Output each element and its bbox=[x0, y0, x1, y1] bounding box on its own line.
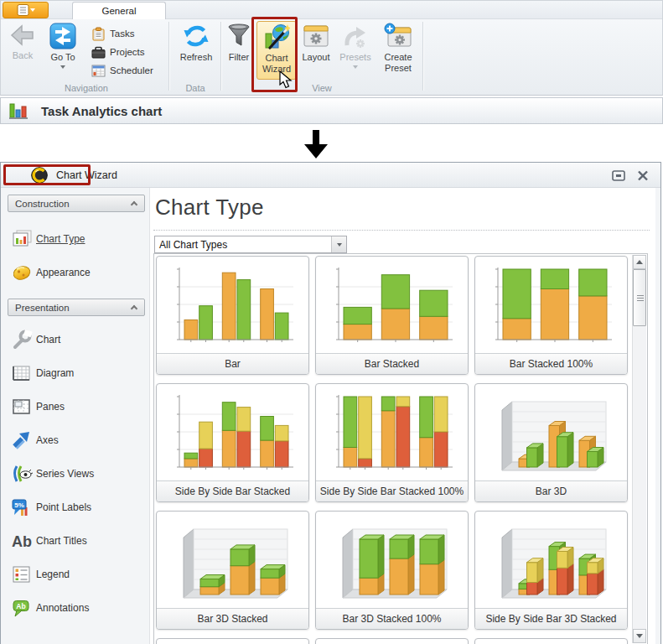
chart-type-card-bar-3d-stacked-100-[interactable]: Bar 3D Stacked 100% bbox=[315, 511, 469, 630]
scroll-down-button[interactable] bbox=[633, 629, 646, 643]
goto-button[interactable]: Go To bbox=[44, 21, 82, 69]
sidebar-group-construction[interactable]: Construction bbox=[8, 195, 145, 212]
scrollbar-thumb[interactable] bbox=[633, 269, 646, 326]
chart-thumbnail bbox=[475, 387, 627, 480]
chart-type-label: Side By Side Bar 3D Stacked bbox=[475, 608, 627, 629]
layout-window-icon bbox=[303, 23, 329, 49]
sidebar-item-chart-type[interactable]: Chart Type bbox=[8, 222, 145, 256]
scheduler-button[interactable]: Scheduler bbox=[91, 62, 153, 79]
sidebar-item-label: Diagram bbox=[36, 367, 74, 379]
projects-button[interactable]: Projects bbox=[91, 44, 145, 60]
separator bbox=[153, 230, 650, 231]
chart-type-card-side-by-side-bar-stacked-100-[interactable]: Side By Side Bar Stacked 100% bbox=[315, 383, 469, 502]
chart-wizard-dialog-icon bbox=[31, 167, 48, 184]
dialog-titlebar[interactable]: Chart Wizard bbox=[1, 163, 660, 188]
sidebar-item-label: Axes bbox=[36, 434, 59, 446]
chart-type-label: Side By Side Bar Stacked 100% bbox=[316, 480, 468, 501]
close-icon bbox=[637, 170, 649, 181]
chart-type-card-partial[interactable] bbox=[156, 638, 309, 644]
sidebar-item-chart[interactable]: Chart bbox=[8, 323, 145, 356]
dropdown-value: All Chart Types bbox=[155, 239, 331, 251]
chart-type-label: Bar 3D Stacked bbox=[157, 608, 308, 629]
view-title: Task Analytics chart bbox=[41, 104, 162, 118]
back-button[interactable]: Back bbox=[4, 21, 41, 61]
sidebar-item-point-labels[interactable]: 5% Point Labels bbox=[8, 491, 145, 524]
wizard-sidebar: Construction Chart Type Appearance bbox=[8, 195, 145, 625]
refresh-icon bbox=[183, 23, 210, 49]
panes-icon bbox=[11, 397, 33, 416]
chart-thumbnail bbox=[316, 259, 468, 353]
sidebar-item-legend[interactable]: Legend bbox=[8, 558, 145, 591]
analytics-chart-icon bbox=[9, 102, 28, 120]
application-menu-button[interactable] bbox=[3, 2, 49, 18]
group-label-navigation: Navigation bbox=[6, 83, 167, 93]
series-views-icon bbox=[11, 465, 33, 483]
chart-type-card-partial[interactable] bbox=[315, 638, 469, 644]
pin-button[interactable] bbox=[611, 169, 626, 182]
chart-thumbnail bbox=[475, 514, 627, 608]
annotations-bubble-icon: Ab bbox=[11, 599, 33, 618]
chart-type-card-side-by-side-bar-3d-stacked[interactable]: Side By Side Bar 3D Stacked bbox=[474, 511, 628, 630]
chart-type-card-bar-stacked[interactable]: Bar Stacked bbox=[315, 256, 469, 375]
create-preset-icon bbox=[384, 23, 412, 49]
sidebar-item-label: Series Views bbox=[36, 468, 94, 480]
sidebar-item-appearance[interactable]: Appearance bbox=[8, 256, 145, 289]
chevron-down-icon bbox=[337, 243, 342, 247]
chart-types-dropdown[interactable]: All Chart Types bbox=[154, 236, 347, 253]
dialog-title: Chart Wizard bbox=[56, 169, 117, 181]
sidebar-item-axes[interactable]: Axes bbox=[8, 423, 145, 457]
svg-text:5%: 5% bbox=[14, 501, 24, 508]
collapse-box-icon bbox=[612, 170, 625, 181]
chart-type-card-side-by-side-bar-stacked[interactable]: Side By Side Bar Stacked bbox=[156, 383, 309, 502]
dropdown-button[interactable] bbox=[331, 236, 346, 252]
sidebar-item-label: Annotations bbox=[36, 602, 89, 614]
layout-button[interactable]: Layout bbox=[298, 21, 334, 63]
scroll-up-button[interactable] bbox=[633, 255, 646, 269]
chart-type-card-bar[interactable]: Bar bbox=[156, 256, 309, 375]
sidebar-item-diagram[interactable]: Diagram bbox=[8, 356, 145, 390]
chart-wizard-dialog: Chart Wizard Construction Chart Type bbox=[0, 162, 661, 644]
chart-thumbnail bbox=[157, 387, 308, 480]
close-button[interactable] bbox=[635, 169, 650, 182]
scrollbar-grip bbox=[637, 295, 644, 301]
chevron-up-icon bbox=[131, 305, 137, 312]
refresh-button[interactable]: Refresh bbox=[174, 21, 219, 63]
menu-list-icon bbox=[17, 4, 35, 16]
chart-type-icon bbox=[11, 230, 33, 248]
chart-type-label: Bar bbox=[157, 353, 308, 374]
svg-text:Ab: Ab bbox=[12, 533, 32, 550]
chart-type-card-bar-stacked-100-[interactable]: Bar Stacked 100% bbox=[474, 256, 628, 375]
filter-button[interactable]: Filter bbox=[221, 21, 256, 63]
tasks-button[interactable]: Tasks bbox=[91, 25, 134, 42]
chart-type-grid: BarBar StackedBar Stacked 100%Side By Si… bbox=[156, 256, 628, 644]
presets-dropdown-caret bbox=[353, 65, 358, 69]
sidebar-item-chart-titles[interactable]: Ab Chart Titles bbox=[8, 524, 145, 558]
tab-general[interactable]: General bbox=[72, 2, 166, 19]
chart-thumbnail bbox=[316, 387, 468, 480]
chart-type-card-bar-3d[interactable]: Bar 3D bbox=[474, 383, 628, 502]
appearance-palette-icon bbox=[11, 263, 33, 282]
mouse-cursor bbox=[279, 70, 293, 89]
sidebar-item-panes[interactable]: Panes bbox=[8, 390, 145, 423]
chart-thumbnail bbox=[316, 514, 468, 608]
sidebar-group-presentation[interactable]: Presentation bbox=[8, 299, 145, 316]
axes-arrow-icon bbox=[11, 431, 33, 449]
vertical-scrollbar[interactable] bbox=[632, 255, 646, 643]
triangle-up-icon bbox=[636, 260, 643, 264]
svg-text:Ab: Ab bbox=[16, 601, 25, 610]
presets-button[interactable]: Presets bbox=[336, 21, 375, 69]
chevron-up-icon bbox=[131, 201, 137, 208]
group-header-label: Presentation bbox=[15, 303, 70, 313]
projects-briefcase-icon bbox=[91, 45, 106, 60]
create-preset-button[interactable]: Create Preset bbox=[378, 21, 418, 74]
chart-thumbnail bbox=[475, 259, 627, 353]
back-arrow-icon bbox=[10, 23, 35, 48]
ribbon-tab-row: General bbox=[1, 1, 662, 19]
sidebar-item-label: Chart Type bbox=[36, 233, 85, 245]
chart-titles-ab-icon: Ab bbox=[11, 532, 33, 550]
chart-type-card-partial[interactable] bbox=[474, 638, 628, 644]
filter-funnel-icon bbox=[226, 23, 251, 49]
chart-type-card-bar-3d-stacked[interactable]: Bar 3D Stacked bbox=[156, 511, 309, 630]
sidebar-item-series-views[interactable]: Series Views bbox=[8, 457, 145, 491]
sidebar-item-annotations[interactable]: Ab Annotations bbox=[8, 591, 145, 625]
